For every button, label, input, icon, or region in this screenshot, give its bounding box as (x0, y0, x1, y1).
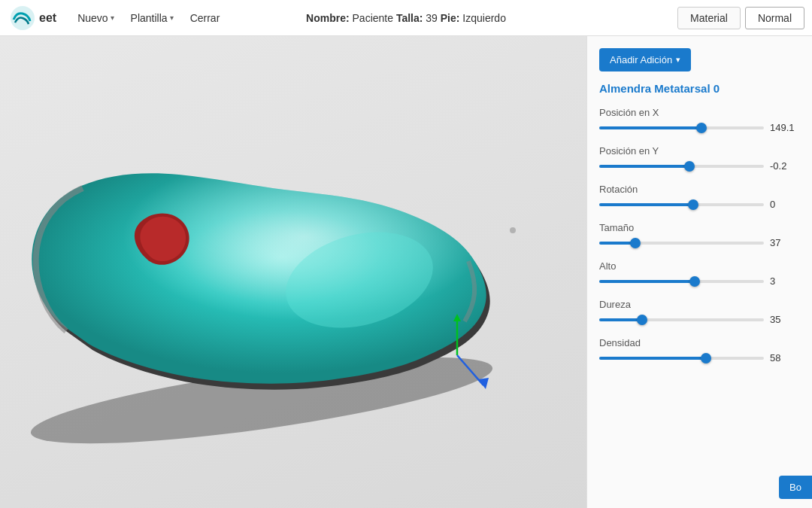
cursor-indicator (510, 227, 516, 233)
logo-text: eet (39, 11, 56, 25)
slider-thumb-2[interactable] (688, 199, 698, 210)
slider-label-5: Dureza (599, 299, 800, 310)
slider-value-5: 35 (770, 314, 800, 325)
sliders-container: Posición en X149.1Posición en Y-0.2Rotac… (599, 107, 800, 364)
talla-value: 39 (426, 12, 440, 24)
add-addition-button[interactable]: Añadir Adición ▾ (599, 48, 691, 71)
slider-row-5: Dureza35 (599, 299, 800, 325)
pie-value: Izquierdo (462, 12, 506, 24)
nombre-label: Nombre: (306, 12, 352, 24)
slider-track-5[interactable] (599, 318, 764, 321)
slider-thumb-1[interactable] (684, 161, 695, 172)
slider-row-4: Alto3 (599, 260, 800, 287)
slider-track-0[interactable] (599, 126, 764, 129)
talla-label: Talla: (396, 12, 426, 24)
logo-icon (9, 5, 36, 32)
slider-label-3: Tamaño (599, 222, 800, 233)
slider-track-2[interactable] (599, 203, 764, 206)
pie-label: Pie: (441, 12, 463, 24)
topbar-right: Material Normal (673, 0, 812, 36)
slider-thumb-0[interactable] (696, 123, 707, 133)
slider-thumb-5[interactable] (637, 315, 647, 325)
slider-value-2: 0 (770, 199, 800, 210)
slider-label-0: Posición en X (599, 107, 800, 118)
normal-button[interactable]: Normal (745, 7, 804, 29)
slider-label-2: Rotación (599, 184, 800, 195)
right-panel: Añadir Adición ▾ Almendra Metatarsal 0 P… (586, 36, 812, 508)
topbar: eet Nuevo ▾ Plantilla ▾ Cerrar Nombre: P… (0, 0, 812, 36)
slider-track-3[interactable] (599, 242, 764, 245)
slider-value-4: 3 (770, 275, 800, 287)
slider-value-1: -0.2 (770, 160, 800, 172)
patient-info: Nombre: Paciente Talla: 39 Pie: Izquierd… (306, 0, 506, 36)
slider-row-2: Rotación0 (599, 184, 800, 210)
slider-label-6: Densidad (599, 337, 800, 348)
add-arrow-icon: ▾ (676, 55, 680, 65)
slider-label-4: Alto (599, 260, 800, 272)
slider-label-1: Posición en Y (599, 145, 800, 157)
slider-row-6: Densidad58 (599, 337, 800, 364)
nav-plantilla[interactable]: Plantilla ▾ (125, 9, 180, 27)
slider-thumb-4[interactable] (689, 276, 700, 287)
bottom-action-button[interactable]: Bo (779, 476, 812, 499)
nombre-value: Paciente (353, 12, 396, 24)
slider-value-0: 149.1 (770, 122, 800, 133)
slider-thumb-3[interactable] (630, 238, 641, 248)
slider-value-6: 58 (770, 352, 800, 364)
svg-marker-6 (478, 378, 489, 389)
section-title: Almendra Metatarsal 0 (599, 82, 800, 95)
slider-track-6[interactable] (599, 357, 764, 360)
nuevo-arrow-icon: ▾ (111, 14, 114, 22)
slider-row-3: Tamaño37 (599, 222, 800, 248)
slider-row-0: Posición en X149.1 (599, 107, 800, 133)
logo-area: eet (9, 5, 56, 32)
slider-value-3: 37 (770, 237, 800, 248)
slider-track-1[interactable] (599, 165, 764, 168)
plantilla-arrow-icon: ▾ (170, 14, 174, 22)
material-button[interactable]: Material (677, 7, 741, 29)
slider-row-1: Posición en Y-0.2 (599, 145, 800, 172)
nav-cerrar[interactable]: Cerrar (184, 9, 226, 27)
slider-thumb-6[interactable] (701, 353, 711, 364)
viewport-3d[interactable] (0, 36, 586, 508)
insole-model (0, 99, 510, 446)
slider-track-4[interactable] (599, 280, 764, 283)
nav-nuevo[interactable]: Nuevo ▾ (71, 9, 120, 27)
